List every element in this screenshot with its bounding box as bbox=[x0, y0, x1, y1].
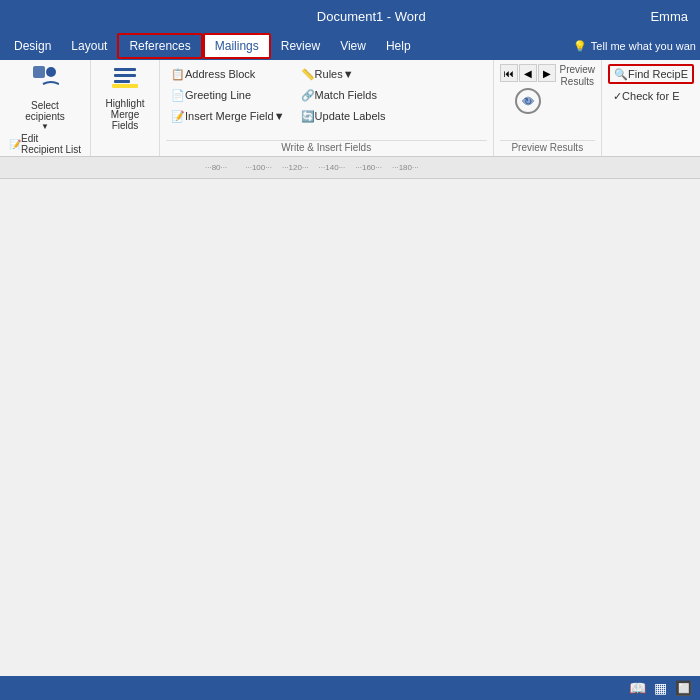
select-recipients-button[interactable]: Select ecipients ▼ bbox=[16, 64, 74, 130]
find-icon: 🔍 bbox=[614, 68, 628, 81]
select-recipients-section: Select ecipients ▼ 📝 EditRecipient List bbox=[0, 60, 91, 156]
preview-label-col: PreviewResults bbox=[560, 64, 596, 88]
update-labels-icon: 🔄 bbox=[301, 110, 315, 123]
menu-item-layout[interactable]: Layout bbox=[61, 35, 117, 57]
menu-item-references[interactable]: References bbox=[117, 33, 202, 59]
menu-item-review[interactable]: Review bbox=[271, 35, 330, 57]
svg-point-1 bbox=[46, 67, 56, 77]
select-label: Select bbox=[31, 100, 59, 111]
preview-results-content: ⏮ ◀ ▶ ⏭ ↻ PreviewResults bbox=[500, 64, 596, 138]
insert-merge-icon: 📝 bbox=[171, 110, 185, 123]
svg-text:↻: ↻ bbox=[524, 96, 532, 107]
layout-icon[interactable]: ▦ bbox=[654, 680, 667, 696]
rules-col: 📏 Rules ▼ 🔗 Match Fields 🔄 Update Labels bbox=[296, 64, 391, 138]
find-buttons: 🔍 Find RecipE ✓ Check for E bbox=[608, 64, 694, 106]
greeting-line-icon: 📄 bbox=[171, 89, 185, 102]
match-fields-icon: 🔗 bbox=[301, 89, 315, 102]
nav-arrow-row: ⏮ ◀ ▶ ⏭ bbox=[500, 64, 556, 82]
ruler: ···80··· ···100··· ···120··· ···140··· ·… bbox=[0, 157, 700, 179]
rules-arrow: ▼ bbox=[343, 68, 354, 80]
preview-results-label: PreviewResults bbox=[560, 64, 596, 88]
auto-check-label: ↻ bbox=[513, 86, 543, 118]
find-section: 🔍 Find RecipE ✓ Check for E bbox=[602, 60, 700, 156]
highlight-merge-fields-button[interactable]: Highlight Merge Fields bbox=[97, 64, 153, 130]
insert-merge-field-button[interactable]: 📝 Insert Merge Field ▼ bbox=[166, 106, 290, 126]
merge-fields-label: Merge Fields bbox=[111, 109, 139, 131]
nav-controls: ⏮ ◀ ▶ ⏭ ↻ bbox=[500, 64, 556, 118]
write-insert-content: 📋 Address Block 📄 Greeting Line 📝 Insert… bbox=[166, 64, 486, 138]
insert-fields-col: 📋 Address Block 📄 Greeting Line 📝 Insert… bbox=[166, 64, 290, 138]
menu-item-design[interactable]: Design bbox=[4, 35, 61, 57]
menu-item-mailings[interactable]: Mailings bbox=[203, 33, 271, 59]
write-insert-section: 📋 Address Block 📄 Greeting Line 📝 Insert… bbox=[160, 60, 493, 156]
check-for-button[interactable]: ✓ Check for E bbox=[608, 86, 694, 106]
edit-recipient-list-button[interactable]: 📝 EditRecipient List bbox=[4, 134, 86, 154]
edit-icon: 📝 bbox=[9, 139, 21, 150]
title-bar-title: Document1 - Word bbox=[317, 9, 426, 24]
svg-rect-4 bbox=[114, 80, 130, 83]
highlight-label: Highlight bbox=[106, 98, 145, 109]
write-insert-label: Write & Insert Fields bbox=[166, 140, 486, 154]
nav-first-button[interactable]: ⏮ bbox=[500, 64, 518, 82]
svg-rect-0 bbox=[33, 66, 45, 78]
address-block-icon: 📋 bbox=[171, 68, 185, 81]
tell-me-box[interactable]: 💡 Tell me what you wan bbox=[573, 40, 696, 53]
address-block-button[interactable]: 📋 Address Block bbox=[166, 64, 290, 84]
svg-rect-5 bbox=[112, 84, 138, 88]
find-recipe-button[interactable]: 🔍 Find RecipE bbox=[608, 64, 694, 84]
menu-item-help[interactable]: Help bbox=[376, 35, 421, 57]
app-window: Document1 - Word Emma Design Layout Refe… bbox=[0, 0, 700, 700]
greeting-line-button[interactable]: 📄 Greeting Line bbox=[166, 85, 290, 105]
update-labels-button[interactable]: 🔄 Update Labels bbox=[296, 106, 391, 126]
rules-icon: 📏 bbox=[301, 68, 315, 81]
select-recipients-icon bbox=[31, 64, 59, 98]
book-icon[interactable]: 📖 bbox=[629, 680, 646, 696]
match-fields-button[interactable]: 🔗 Match Fields bbox=[296, 85, 391, 105]
svg-rect-3 bbox=[114, 74, 136, 77]
svg-rect-2 bbox=[114, 68, 136, 71]
preview-section-label: Preview Results bbox=[500, 140, 596, 154]
nav-prev-button[interactable]: ◀ bbox=[519, 64, 537, 82]
recipients-label: ecipients bbox=[25, 111, 64, 122]
select-col: Select ecipients ▼ 📝 EditRecipient List bbox=[4, 64, 86, 154]
rules-button[interactable]: 📏 Rules ▼ bbox=[296, 64, 391, 84]
preview-results-section: ⏮ ◀ ▶ ⏭ ↻ PreviewResults bbox=[494, 60, 603, 156]
nav-next-button[interactable]: ▶ bbox=[538, 64, 556, 82]
check-icon: ✓ bbox=[613, 90, 622, 103]
menu-item-view[interactable]: View bbox=[330, 35, 376, 57]
main-content: ···80··· ···100··· ···120··· ···140··· ·… bbox=[0, 157, 700, 700]
title-bar: Document1 - Word Emma bbox=[0, 0, 700, 32]
highlight-icon bbox=[112, 64, 138, 96]
status-bar: 📖 ▦ 🔲 bbox=[0, 676, 700, 700]
highlight-section: Highlight Merge Fields bbox=[91, 60, 160, 156]
zoom-icon[interactable]: 🔲 bbox=[675, 680, 692, 696]
insert-merge-arrow: ▼ bbox=[274, 110, 285, 122]
lightbulb-icon: 💡 bbox=[573, 40, 587, 53]
title-bar-user: Emma bbox=[650, 9, 688, 24]
ribbon: Select ecipients ▼ 📝 EditRecipient List bbox=[0, 60, 700, 157]
select-dropdown-arrow: ▼ bbox=[41, 122, 49, 131]
menu-bar: Design Layout References Mailings Review… bbox=[0, 32, 700, 60]
